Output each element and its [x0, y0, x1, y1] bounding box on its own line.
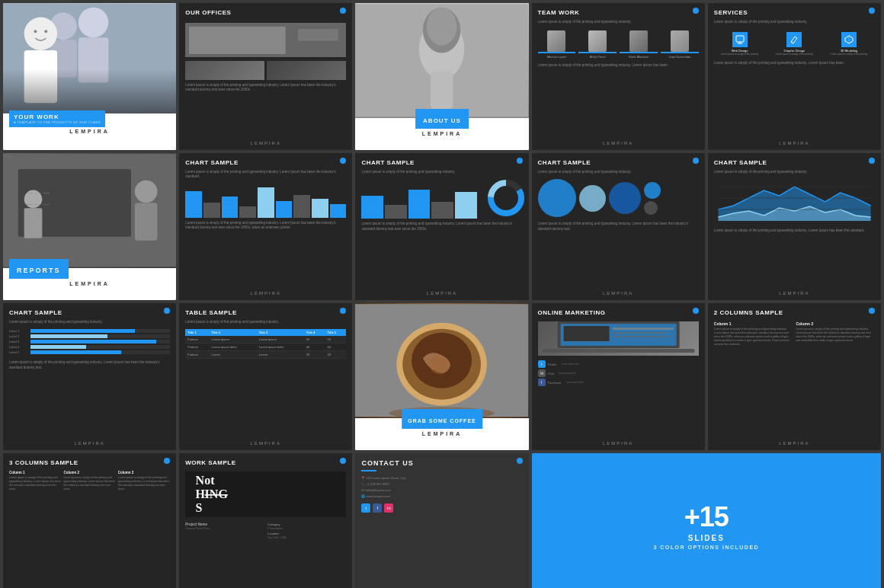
svg-rect-6: [24, 50, 57, 103]
bar-6: [276, 201, 293, 218]
promo-line2: 3 COLOR OPTIONS INCLUDED: [653, 545, 759, 550]
member-bar-3: [620, 52, 658, 53]
chat-desc: Lorem ipsum text...: [559, 372, 578, 375]
twitter-icon: t: [538, 360, 546, 368]
social-chat: ✉ Chat Lorem ipsum text...: [538, 369, 699, 377]
team-title: TEAM WORK: [532, 3, 705, 18]
team-photos: Marcus Lopez Molly Perez Karla Martinez …: [532, 27, 705, 62]
svg-point-8: [44, 30, 47, 33]
svg-text:S: S: [196, 501, 203, 514]
slide-3col: 3 COLUMNS SAMPLE Column 1 Lorem ipsum is…: [3, 453, 176, 588]
hbar-row-4: Label 4: [9, 345, 170, 349]
3col-left-text: Lorem ipsum is simply of the printing an…: [9, 476, 61, 491]
hbar-track-2: [30, 334, 170, 338]
svg-rect-48: [542, 349, 694, 353]
member-bar-1: [538, 52, 576, 53]
bar-2: [203, 203, 220, 218]
slide-indicator: [693, 158, 699, 164]
work-image: Not H ING S: [185, 471, 346, 517]
slide-contact: CONTACT US 📍 123 Lorem Ipsum Street, Cit…: [355, 453, 528, 588]
team-member-1: Marcus Lopez: [538, 30, 576, 59]
slide-coffee: GRAB SOME COFFEE LEMPIRA: [355, 303, 528, 450]
office-image-main: [185, 23, 346, 57]
table-row: Feature Lorem ipsum Lorem ipsum 55 55: [185, 336, 346, 344]
table-row: Feature Lorem ipsum dolor Lorem ipsum do…: [185, 344, 346, 351]
hbar-fill-1: [30, 329, 135, 333]
bubble-small-group: [644, 182, 661, 215]
marketing-title: ONLINE MARKETING: [532, 303, 705, 318]
bubble-3: [609, 182, 641, 214]
cell: 55: [304, 336, 325, 344]
work-meta-right: Category Presentation Location New York,…: [267, 522, 346, 539]
donut-svg: [487, 179, 525, 217]
office-image-small-1: [185, 61, 264, 80]
cell: Lorem: [257, 351, 304, 359]
slide-chart-donut: CHART SAMPLE Lorem ipsum is simply of th…: [355, 153, 528, 300]
bar-a3: [408, 190, 431, 219]
table-title: TABLE SAMPLE: [179, 303, 352, 318]
graphic-icon: [786, 32, 802, 47]
cell: 33: [325, 351, 347, 359]
work-cat-label: Category: [267, 522, 346, 526]
bubble-5: [644, 201, 658, 215]
offices-title: OUR OFFICES: [179, 3, 352, 18]
3d-icon: [841, 32, 857, 47]
hbar-label-1: Label 1: [9, 329, 28, 333]
svg-rect-10: [189, 27, 286, 54]
work-cat-val: Presentation: [267, 527, 346, 530]
contact-web: 🌐 www.lempira.com: [361, 494, 522, 499]
chart-title-2: CHART SAMPLE: [355, 153, 528, 168]
svg-rect-49: [563, 326, 609, 341]
chart-desc-3: Lorem ipsum is simply of the printing an…: [532, 168, 705, 176]
footer-text: LEMPIRA: [708, 141, 881, 145]
svg-rect-17: [736, 36, 744, 42]
social-items: t Twitter Lorem ipsum text... ✉ Chat Lor…: [532, 359, 705, 389]
member-name-1: Marcus Lopez: [547, 55, 566, 59]
twitter-label: Twitter: [548, 363, 557, 366]
web-icon: [732, 32, 748, 47]
footer-text: LEMPIRA: [179, 291, 352, 296]
slide-2col: 2 COLUMNS SAMPLE Column 1 Lorem ipsum is…: [708, 303, 881, 450]
offices-desc: Lorem ipsum is simply of the printing an…: [179, 81, 352, 94]
photo-bg: [3, 3, 176, 113]
service-web: Web Design Lorem ipsum is simply of the …: [714, 29, 766, 56]
bar-a4: [431, 202, 453, 219]
coffee-photo: [355, 303, 528, 418]
about-us-title: ABOUT US: [423, 117, 461, 124]
slide-services: SERVICES Lorem ipsum is simply of the pr…: [708, 3, 881, 150]
chalkboard-svg: ~~ ~~ ~~ ~~ ~~ ~~ ~~ ~~: [3, 153, 176, 268]
footer-label: LEMPIRA: [69, 281, 110, 286]
member-photo-1: [547, 30, 565, 52]
services-more: Lorem ipsum is simply of the printing an…: [708, 59, 881, 67]
bar-3: [222, 197, 239, 218]
slide-indicator: [869, 158, 875, 164]
chart-desc-4: Lorem ipsum is simply of the printing an…: [708, 168, 881, 176]
work-meta-left: Project Name Lempira PowerPoint: [185, 522, 264, 539]
slide-chart-bar-1: CHART SAMPLE Lorem ipsum is simply of th…: [179, 153, 352, 300]
about-us-label: ABOUT US: [415, 109, 469, 129]
slide-indicator: [869, 308, 875, 314]
coffee-title: GRAB SOME COFFEE: [408, 418, 476, 423]
col-right-text: Lorem ipsum is simply of the printing an…: [796, 328, 875, 343]
coffee-label: GRAB SOME COFFEE: [402, 409, 482, 429]
bar-chart-2: [355, 182, 482, 220]
3col-right-text: Lorem ipsum is simply of the printing an…: [118, 476, 170, 491]
slide-reports: ~~ ~~ ~~ ~~ ~~ ~~ ~~ ~~ REPORTS LEMPIRA: [3, 153, 176, 300]
reports-label: REPORTS: [9, 259, 69, 279]
contact-divider: [361, 470, 376, 471]
hbar-label-3: Label 3: [9, 340, 28, 344]
your-work-label: YOUR WORK A TEMPLATE TO THE PRODUCTS OF …: [9, 110, 105, 127]
hbar-label-5: Label 5: [9, 350, 28, 354]
people-illustration: [3, 3, 176, 113]
svg-point-7: [34, 30, 37, 33]
member-name-4: Juan Guerredan: [668, 55, 690, 59]
bubble-1: [538, 179, 576, 217]
slide-indicator: [517, 458, 523, 464]
bar-7: [293, 195, 310, 218]
chart-combo: [355, 176, 528, 220]
col-left-text: Lorem ipsum is simply of the printing an…: [714, 328, 793, 346]
work-title: WORK SAMPLE: [179, 453, 352, 468]
bar-8: [312, 199, 328, 218]
social-twitter: t Twitter Lorem ipsum text...: [538, 360, 699, 368]
col-header-2: Title 2: [210, 329, 257, 336]
